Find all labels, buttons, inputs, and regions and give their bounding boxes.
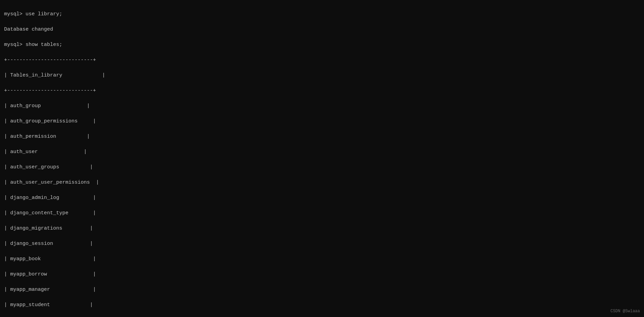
tables-header: Tables_in_library [10,72,62,78]
table-item-9: django_migrations [10,226,62,231]
table-item-10: django_session [10,241,53,247]
table-item-1: auth_group [10,103,41,109]
line-db-changed: Database changed [4,27,53,32]
table-item-13: myapp_manager [10,287,50,293]
table-item-3: auth_permission [10,134,56,139]
line-show-tables: mysql> show tables; [4,42,62,48]
terminal-output: mysql> use library; Database changed mys… [4,3,640,317]
line-use-db: mysql> use library; [4,11,62,17]
table-item-2: auth_group_permissions [10,118,78,124]
table-item-6: auth_user_user_permissions [10,180,90,185]
watermark: CSDN @Swlaaa [611,308,640,314]
table-item-11: myapp_book [10,256,41,262]
table-item-14: myapp_student [10,302,50,308]
table-item-7: django_admin_log [10,195,59,201]
table-item-5: auth_user_groups [10,164,59,170]
table-item-8: django_content_type [10,210,68,216]
table-item-4: auth_user [10,149,38,155]
table-item-12: myapp_borrow [10,271,47,277]
